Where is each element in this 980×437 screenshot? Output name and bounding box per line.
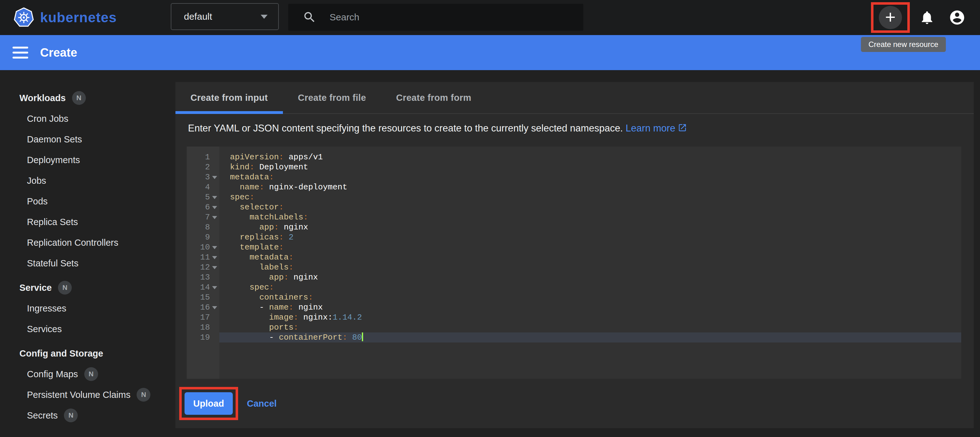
sidebar-item-label: Cron Jobs [27, 114, 68, 124]
code-token: : [308, 293, 313, 302]
code-token: : [279, 233, 284, 242]
code-token: matchLabels [250, 212, 303, 222]
namespace-selector[interactable]: default [171, 3, 279, 30]
menu-button[interactable] [13, 44, 28, 62]
code-token [230, 212, 250, 222]
sidebar-header-service[interactable]: ServiceN [0, 277, 175, 298]
fold-toggle-icon[interactable] [212, 196, 217, 199]
sidebar-item-cron-jobs[interactable]: Cron Jobs [0, 108, 175, 129]
sidebar-item-stateful-sets[interactable]: Stateful Sets [0, 253, 175, 274]
search-icon [303, 10, 317, 24]
search-input[interactable] [329, 12, 562, 22]
code-token: : [288, 303, 294, 312]
code-token: : [288, 263, 294, 272]
gutter-line-6: 6 [187, 202, 219, 212]
gutter-line-1: 1 [187, 152, 219, 162]
topbar-actions: + [871, 0, 966, 35]
code-token [230, 203, 240, 212]
code-token: kind [230, 163, 250, 172]
sidebar-item-label: Ingresses [27, 303, 67, 314]
line-number: 3 [205, 172, 210, 182]
code-token: - [230, 333, 279, 342]
code-token: 2 [288, 233, 294, 242]
yaml-editor[interactable]: 12345678910111213141516171819 apiVersion… [187, 147, 961, 379]
code-token: nginx [294, 303, 323, 312]
brand-wordmark: kubernetes [40, 10, 117, 25]
namespaced-badge: N [58, 281, 72, 294]
code-token: spec [230, 193, 250, 202]
line-number: 4 [205, 182, 210, 192]
code-token: 80 [352, 333, 362, 342]
gutter-line-9: 9 [187, 232, 219, 242]
sidebar-item-persistent-volume-claims[interactable]: Persistent Volume ClaimsN [0, 385, 175, 405]
sidebar-item-replication-controllers[interactable]: Replication Controllers [0, 232, 175, 253]
gutter-line-13: 13 [187, 272, 219, 282]
sidebar-item-daemon-sets[interactable]: Daemon Sets [0, 129, 175, 150]
sidebar-item-pods[interactable]: Pods [0, 191, 175, 212]
editor-gutter: 12345678910111213141516171819 [187, 147, 219, 379]
sidebar-header-workloads[interactable]: WorkloadsN [0, 88, 175, 108]
notifications-button[interactable] [919, 10, 935, 25]
fold-toggle-icon[interactable] [212, 286, 217, 289]
sidebar-item-deployments[interactable]: Deployments [0, 150, 175, 170]
learn-more-link[interactable]: Learn more [626, 123, 687, 134]
code-line-16: - name: nginx [219, 302, 961, 312]
code-token: : [259, 182, 264, 192]
create-new-resource-button[interactable]: + [879, 6, 902, 29]
fold-toggle-icon[interactable] [212, 306, 217, 309]
tab-create-from-form[interactable]: Create from form [381, 82, 486, 113]
code-token: spec [250, 283, 269, 292]
upload-button[interactable]: Upload [185, 392, 233, 415]
sidebar-item-jobs[interactable]: Jobs [0, 170, 175, 191]
line-number: 18 [200, 322, 210, 332]
fold-toggle-icon[interactable] [212, 216, 217, 219]
sidebar-item-config-maps[interactable]: Config MapsN [0, 364, 175, 385]
editor-code-area[interactable]: apiVersion: apps/v1kind: Deploymentmetad… [219, 147, 961, 379]
cancel-button[interactable]: Cancel [247, 399, 277, 409]
sidebar-item-label: Jobs [27, 176, 46, 186]
code-token [230, 223, 259, 232]
fold-toggle-icon[interactable] [212, 246, 217, 249]
fold-toggle-icon[interactable] [212, 206, 217, 209]
fold-slot [210, 245, 219, 249]
code-token: name [269, 303, 288, 312]
namespaced-badge: N [137, 388, 150, 402]
code-token [230, 263, 259, 272]
account-button[interactable] [949, 9, 966, 26]
code-token: : [303, 212, 308, 222]
code-token [284, 233, 289, 242]
code-token [230, 323, 269, 332]
code-token: : [250, 193, 255, 202]
sidebar-header-label: Service [19, 283, 52, 293]
description-text: Enter YAML or JSON content specifying th… [188, 123, 687, 134]
sidebar-item-services[interactable]: Services [0, 319, 175, 339]
line-number: 15 [200, 292, 210, 302]
gutter-line-5: 5 [187, 192, 219, 202]
fold-toggle-icon[interactable] [212, 176, 217, 179]
sidebar-header-config-and-storage[interactable]: Config and Storage [0, 343, 175, 364]
code-token: containerPort [279, 333, 342, 342]
sidebar-item-replica-sets[interactable]: Replica Sets [0, 212, 175, 232]
create-tabs: Create from inputCreate from fileCreate … [175, 82, 974, 114]
code-line-2: kind: Deployment [219, 162, 961, 172]
code-token: : [279, 242, 284, 252]
tab-create-from-file[interactable]: Create from file [283, 82, 381, 113]
sidebar-item-secrets[interactable]: SecretsN [0, 405, 175, 426]
tab-create-from-input[interactable]: Create from input [175, 82, 283, 113]
kubernetes-brand[interactable]: kubernetes [14, 8, 117, 27]
code-line-11: metadata: [219, 252, 961, 262]
sidebar-item-ingresses[interactable]: Ingresses [0, 298, 175, 319]
code-token: metadata [230, 173, 269, 182]
code-token: nginx [288, 273, 318, 282]
search-box[interactable] [288, 4, 583, 31]
code-line-19: - containerPort: 80 [219, 332, 961, 342]
text-cursor [362, 332, 363, 341]
fold-toggle-icon[interactable] [212, 256, 217, 259]
code-token [230, 313, 269, 322]
code-token: apiVersion [230, 152, 279, 162]
sidebar-item-label: Services [27, 324, 62, 334]
chevron-down-icon [261, 15, 267, 19]
fold-toggle-icon[interactable] [212, 266, 217, 269]
tab-label: Create from input [191, 93, 268, 103]
code-line-7: matchLabels: [219, 212, 961, 222]
